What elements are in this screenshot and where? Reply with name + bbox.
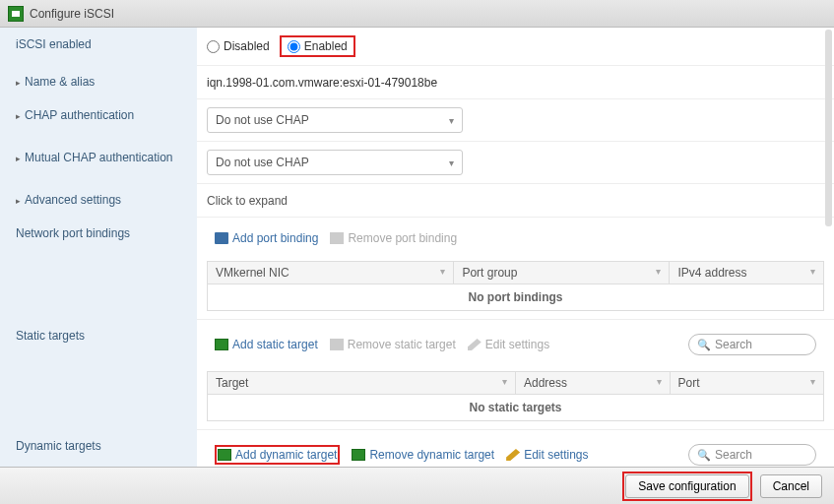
window-titlebar: Configure iSCSI bbox=[0, 0, 834, 28]
label-port-bindings: Network port bindings bbox=[0, 217, 197, 319]
label-mutual-chap[interactable]: Mutual CHAP authentication bbox=[0, 141, 197, 183]
label-static-targets: Static targets bbox=[0, 319, 197, 429]
label-iscsi-enabled: iSCSI enabled bbox=[0, 28, 197, 65]
col-address[interactable]: Address▾ bbox=[516, 372, 671, 395]
target-add-icon bbox=[218, 449, 231, 461]
add-dynamic-target-button[interactable]: Add dynamic target bbox=[218, 448, 337, 462]
port-bindings-table: VMkernel NIC▾ Port group▾ IPv4 address▾ … bbox=[207, 261, 824, 311]
label-advanced[interactable]: Advanced settings bbox=[0, 183, 197, 217]
name-alias-value: iqn.1998-01.com.vmware:esxi-01-479018be bbox=[207, 76, 437, 90]
radio-disabled[interactable]: Disabled bbox=[207, 39, 270, 53]
dynamic-search-input[interactable]: 🔍Search bbox=[688, 444, 816, 466]
advanced-value[interactable]: Click to expand bbox=[207, 194, 288, 208]
chevron-down-icon: ▾ bbox=[449, 115, 454, 126]
target-remove-icon bbox=[330, 339, 344, 350]
remove-dynamic-target-button[interactable]: Remove dynamic target bbox=[352, 448, 494, 462]
add-port-binding-button[interactable]: Add port binding bbox=[215, 231, 318, 245]
scrollbar[interactable] bbox=[825, 30, 832, 226]
col-port-group[interactable]: Port group▾ bbox=[454, 262, 670, 284]
search-icon: 🔍 bbox=[697, 449, 711, 462]
mutual-chap-select[interactable]: Do not use CHAP▾ bbox=[207, 150, 463, 175]
label-chap[interactable]: CHAP authentication bbox=[0, 98, 197, 141]
target-add-icon bbox=[215, 339, 228, 350]
col-port[interactable]: Port▾ bbox=[670, 372, 824, 395]
dialog-footer: Save configuration Cancel bbox=[0, 467, 834, 504]
folder-icon bbox=[330, 232, 344, 244]
pencil-icon bbox=[506, 449, 520, 461]
static-targets-table: Target▾ Address▾ Port▾ No static targets bbox=[207, 371, 824, 421]
window-title: Configure iSCSI bbox=[30, 7, 114, 21]
search-icon: 🔍 bbox=[697, 339, 711, 351]
col-ipv4[interactable]: IPv4 address▾ bbox=[670, 262, 824, 284]
static-search-input[interactable]: 🔍Search bbox=[688, 334, 816, 355]
label-dynamic-targets: Dynamic targets bbox=[0, 429, 197, 467]
static-targets-empty: No static targets bbox=[208, 395, 824, 421]
radio-enabled[interactable]: Enabled bbox=[288, 39, 348, 53]
add-static-target-button[interactable]: Add static target bbox=[215, 338, 318, 351]
dialog-content: iSCSI enabled Disabled Enabled Name & al… bbox=[0, 28, 834, 467]
remove-port-binding-button: Remove port binding bbox=[330, 231, 457, 245]
edit-dynamic-settings-button[interactable]: Edit settings bbox=[506, 448, 588, 462]
label-name-alias[interactable]: Name & alias bbox=[0, 65, 197, 98]
pencil-icon bbox=[468, 339, 481, 350]
save-configuration-button[interactable]: Save configuration bbox=[625, 474, 748, 498]
chap-select[interactable]: Do not use CHAP▾ bbox=[207, 107, 463, 133]
folder-icon bbox=[215, 232, 228, 244]
port-bindings-empty: No port bindings bbox=[208, 284, 824, 311]
remove-static-target-button: Remove static target bbox=[330, 338, 456, 351]
iscsi-icon bbox=[8, 6, 24, 22]
target-remove-icon bbox=[352, 449, 365, 461]
edit-static-settings-button: Edit settings bbox=[468, 338, 549, 351]
col-target[interactable]: Target▾ bbox=[208, 372, 516, 395]
chevron-down-icon: ▾ bbox=[449, 158, 454, 168]
col-vmkernel-nic[interactable]: VMkernel NIC▾ bbox=[208, 262, 454, 284]
cancel-button[interactable]: Cancel bbox=[760, 474, 822, 498]
